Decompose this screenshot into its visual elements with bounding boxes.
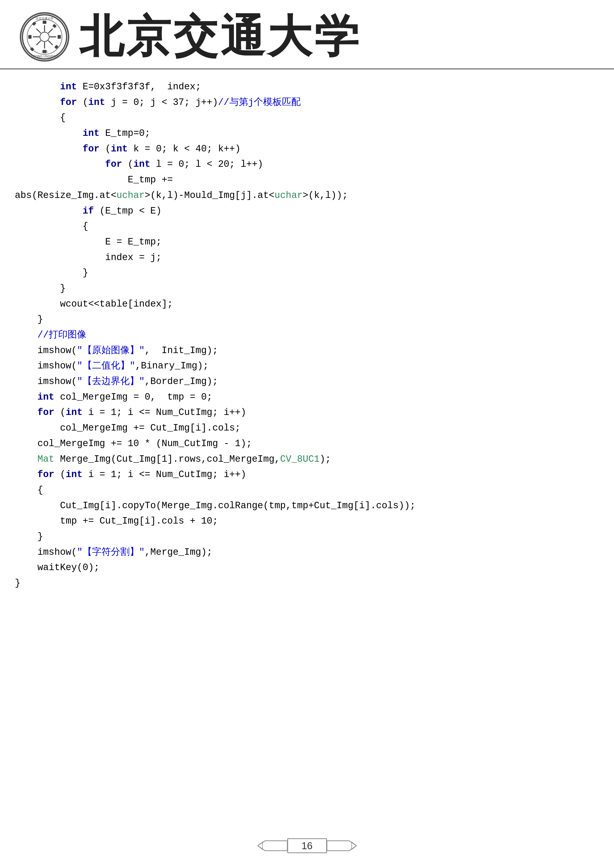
code-line-30: } [15, 529, 599, 545]
code-content: int E=0x3f3f3f3f, index; for (int j = 0;… [0, 69, 614, 601]
svg-rect-11 [43, 20, 46, 24]
svg-rect-18 [54, 45, 58, 49]
page-number: 16 [287, 838, 327, 853]
university-logo: JIAOTONG UNIVERSITY 北京交通大学 1896 [20, 12, 69, 62]
code-line-19: imshow("【二值化】",Binary_Img); [15, 358, 599, 374]
code-line-22: for (int i = 1; i <= Num_CutImg; i++) [15, 405, 599, 420]
code-line-23: col_MergeImg += Cut_Img[i].cols; [15, 420, 599, 436]
code-line-3: { [15, 110, 599, 126]
code-line-14: } [15, 281, 599, 296]
code-line-1: int E=0x3f3f3f3f, index; [15, 79, 599, 95]
code-line-4: int E_tmp=0; [15, 126, 599, 141]
code-line-16: } [15, 312, 599, 327]
code-line-24: col_MergeImg += 10 * (Num_CutImg - 1); [15, 436, 599, 451]
code-line-12: index = j; [15, 250, 599, 265]
code-line-6: for (int l = 0; l < 20; l++) [15, 157, 599, 172]
code-line-18: imshow("【原始图像】", Init_Img); [15, 343, 599, 358]
code-line-26: for (int i = 1; i <= Num_CutImg; i++) [15, 467, 599, 482]
svg-text:1896: 1896 [41, 50, 48, 53]
code-line-27: { [15, 482, 599, 498]
university-title: 北京交通大学 [79, 15, 361, 59]
footer: 16 [0, 838, 614, 853]
code-line-15: wcout<<table[index]; [15, 296, 599, 312]
code-line-2: for (int j = 0; j < 37; j++)//与第j个模板匹配 [15, 95, 599, 110]
banner-right-arrow-icon [327, 840, 357, 852]
code-line-13: } [15, 265, 599, 281]
banner-left-arrow-icon [257, 840, 287, 852]
code-line-29: tmp += Cut_Img[i].cols + 10; [15, 513, 599, 529]
code-line-10: { [15, 219, 599, 234]
code-line-33: } [15, 575, 599, 591]
code-line-17: //打印图像 [15, 327, 599, 343]
code-line-5: for (int k = 0; k < 40; k++) [15, 141, 599, 157]
svg-text:JIAOTONG UNIVERSITY: JIAOTONG UNIVERSITY [26, 54, 63, 58]
svg-line-10 [36, 40, 41, 45]
svg-rect-14 [58, 35, 61, 39]
code-line-31: imshow("【字符分割】",Merge_Img); [15, 545, 599, 560]
svg-rect-15 [32, 22, 36, 26]
svg-point-2 [40, 32, 49, 42]
svg-rect-16 [53, 24, 57, 28]
svg-line-7 [36, 29, 41, 33]
code-line-25: Mat Merge_Img(Cut_Img[1].rows,col_MergeI… [15, 451, 599, 467]
code-line-20: imshow("【去边界化】",Border_Img); [15, 374, 599, 389]
code-line-32: waitKey(0); [15, 560, 599, 575]
code-line-11: E = E_tmp; [15, 234, 599, 250]
svg-rect-13 [28, 35, 31, 39]
svg-line-8 [48, 40, 53, 45]
svg-line-9 [48, 29, 53, 33]
code-line-8: abs(Resize_Img.at<uchar>(k,l)-Mould_Img[… [15, 188, 599, 203]
code-line-28: Cut_Img[i].copyTo(Merge_Img.colRange(tmp… [15, 498, 599, 514]
code-line-21: int col_MergeImg = 0, tmp = 0; [15, 389, 599, 405]
code-line-7: E_tmp += [15, 172, 599, 188]
page-banner: 16 [257, 838, 357, 853]
svg-text:北京交通大学: 北京交通大学 [36, 17, 53, 20]
header: JIAOTONG UNIVERSITY 北京交通大学 1896 北京交通大学 [0, 0, 614, 69]
code-line-9: if (E_tmp < E) [15, 203, 599, 219]
